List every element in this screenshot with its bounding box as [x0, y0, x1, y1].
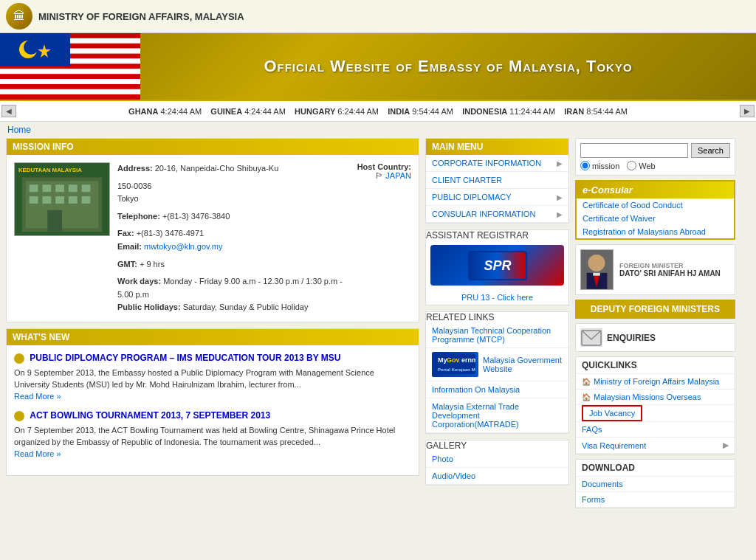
clock-indonesia: INDONESIA 11:24:44 AM — [462, 107, 562, 116]
svg-rect-10 — [0, 79, 140, 84]
search-radio-web-input[interactable] — [627, 161, 636, 170]
mygovt-link[interactable]: Malaysia Government Website — [483, 356, 562, 373]
related-link-matrade[interactable]: Malaysia External Trade Development Corp… — [432, 402, 519, 429]
gallery-section: GALLERY Photo Audio/Video — [425, 440, 569, 485]
main-menu-header: MAIN MENU — [426, 139, 568, 155]
svg-rect-9 — [0, 74, 140, 79]
svg-rect-29 — [69, 196, 78, 204]
quicklink-job-link[interactable]: Job Vacancy — [582, 405, 642, 421]
banner-title: Official Website of Embassy of Malaysia,… — [140, 57, 756, 76]
email-label: Email: — [117, 242, 142, 251]
mission-details-left: KEDUTAAN MALAYSIA — [14, 162, 110, 314]
menu-arrow-diplomacy: ▶ — [557, 193, 563, 201]
related-link-info-malaysia[interactable]: Information On Malaysia — [432, 385, 520, 394]
related-link-mtcp[interactable]: Malaysian Technical Cooperation Programm… — [432, 326, 551, 344]
gmt-label: GMT: — [117, 260, 137, 269]
clock-iran: IRAN 8:54:44 AM — [564, 107, 628, 116]
quicklink-faqs-link[interactable]: FAQs — [582, 425, 602, 434]
quicklinks-section: QUICKLINKS 🏠 Ministry of Foreign Affairs… — [575, 356, 735, 454]
pru-link[interactable]: PRU 13 - Click here — [426, 290, 568, 305]
clock-next-btn[interactable]: ▶ — [740, 105, 755, 117]
search-button[interactable]: Search — [691, 143, 730, 158]
consular-link-registration[interactable]: Registration of Malaysians Abroad — [577, 225, 734, 238]
mygovt-logo: My Gov ernment Portal Kerajaan Malaysia — [432, 352, 478, 377]
consular-link-waiver[interactable]: Certificate of Waiver — [577, 212, 734, 225]
menu-label-consular: CONSULAR INFORMATION — [432, 210, 535, 218]
consular-link-good-conduct[interactable]: Certificate of Good Conduct — [577, 198, 734, 212]
svg-rect-26 — [30, 196, 38, 204]
gallery-video-link[interactable]: Audio/Video — [432, 471, 475, 480]
quicklink-missions[interactable]: 🏠 Malaysian Missions Overseas — [576, 390, 735, 405]
gallery-item-video[interactable]: Audio/Video — [426, 468, 568, 485]
related-item-info-malaysia[interactable]: Information On Malaysia — [426, 381, 568, 398]
flag-container — [0, 33, 140, 100]
quicklink-mofa-link[interactable]: Ministry of Foreign Affairs Malaysia — [594, 377, 719, 386]
clock-hungary: HUNGARY 6:24:44 AM — [295, 107, 385, 116]
foreign-minister-section: FOREIGN MINISTER DATO' SRI ANIFAH HJ AMA… — [575, 244, 735, 295]
search-radio-mission[interactable]: mission — [580, 161, 619, 170]
holidays-value: Saturday, Sunday & Public Holiday — [183, 303, 309, 311]
minister-photo — [580, 249, 614, 290]
search-radio-mission-input[interactable] — [580, 161, 590, 170]
news-icon-2 — [14, 411, 24, 421]
mission-info-section: MISSION INFO — [6, 138, 419, 322]
clock-prev-btn[interactable]: ◀ — [1, 105, 16, 117]
download-forms[interactable]: Forms — [576, 492, 735, 508]
assistant-reg-body: SPR PRU 13 - Click here — [426, 245, 568, 305]
svg-rect-25 — [82, 184, 91, 192]
banner: Official Website of Embassy of Malaysia,… — [0, 33, 756, 100]
address-value: 20-16, Nanpeidai-Cho Shibuya-Ku — [155, 164, 279, 173]
news-title-1[interactable]: PUBLIC DIPLOMACY PROGRAM – IMS MEDUCATIO… — [30, 353, 340, 363]
quicklink-home-icon-2: 🏠 — [582, 393, 591, 401]
quicklink-missions-link[interactable]: Malaysian Missions Overseas — [594, 393, 701, 401]
menu-item-charter[interactable]: CLIENT CHARTER — [426, 172, 568, 189]
quicklink-mofa[interactable]: 🏠 Ministry of Foreign Affairs Malaysia — [576, 374, 735, 390]
host-country-link[interactable]: JAPAN — [385, 171, 411, 180]
menu-item-diplomacy[interactable]: PUBLIC DIPLOMACY ▶ — [426, 189, 568, 206]
mission-info-header: MISSION INFO — [7, 139, 419, 155]
related-item-matrade[interactable]: Malaysia External Trade Development Corp… — [426, 398, 568, 433]
clock-times: GHANA 4:24:44 AM GUINEA 4:24:44 AM HUNGA… — [16, 107, 740, 116]
menu-label-corporate: CORPORATE INFORMATION — [432, 159, 541, 167]
search-radio-group: mission Web — [580, 161, 730, 170]
breadcrumb-home-link[interactable]: Home — [7, 125, 31, 135]
email-link[interactable]: mwtokyo@kln.gov.my — [144, 242, 222, 251]
clock-bar: ◀ GHANA 4:24:44 AM GUINEA 4:24:44 AM HUN… — [0, 100, 756, 122]
quicklink-faqs[interactable]: FAQs — [576, 422, 735, 438]
city-value: Tokyo — [117, 194, 139, 203]
quicklink-visa[interactable]: Visa Requirement ▶ — [576, 438, 735, 454]
minister-name: DATO' SRI ANIFAH HJ AMAN — [619, 269, 721, 277]
address-label: Address: — [117, 164, 153, 173]
telephone-label: Telephone: — [117, 212, 160, 221]
related-item-mygovt[interactable]: My Gov ernment Portal Kerajaan Malaysia … — [426, 348, 568, 381]
gallery-item-photo[interactable]: Photo — [426, 451, 568, 468]
main-menu-section: MAIN MENU CORPORATE INFORMATION ▶ CLIENT… — [425, 138, 569, 224]
mission-details-text: Address: 20-16, Nanpeidai-Cho Shibuya-Ku… — [117, 162, 350, 314]
deputy-ministers-btn[interactable]: DEPUTY FOREIGN MINISTERS — [575, 300, 735, 319]
search-radio-web[interactable]: Web — [627, 161, 655, 170]
quicklink-visa-link[interactable]: Visa Requirement — [582, 441, 646, 450]
news-text-1: On 9 September 2013, the Embassy hosted … — [14, 367, 411, 391]
spr-banner-link[interactable]: SPR — [426, 245, 568, 286]
menu-item-consular[interactable]: CONSULAR INFORMATION ▶ — [426, 206, 568, 223]
related-item-mtcp[interactable]: Malaysian Technical Cooperation Programm… — [426, 322, 568, 348]
gallery-photo-link[interactable]: Photo — [432, 454, 453, 463]
svg-rect-11 — [0, 84, 140, 89]
download-documents[interactable]: Documents — [576, 477, 735, 492]
svg-point-42 — [588, 255, 605, 272]
news-readmore-1[interactable]: Read More » — [14, 392, 61, 401]
svg-rect-8 — [0, 69, 140, 74]
menu-label-diplomacy: PUBLIC DIPLOMACY — [432, 193, 512, 201]
menu-item-corporate[interactable]: CORPORATE INFORMATION ▶ — [426, 155, 568, 172]
main-layout: MISSION INFO — [0, 138, 756, 514]
pru-link-anchor[interactable]: PRU 13 - Click here — [461, 293, 533, 302]
svg-text:My: My — [438, 356, 447, 364]
enquiries-section[interactable]: ENQUIRIES — [575, 323, 735, 352]
search-input[interactable] — [580, 143, 688, 158]
workdays-label: Work days: — [117, 277, 161, 286]
news-readmore-2[interactable]: Read More » — [14, 449, 61, 458]
mission-info-body: KEDUTAAN MALAYSIA Address: 20-16, Nanpei… — [7, 155, 419, 322]
assistant-registrar-section: ASSISTANT REGISTRAR — [425, 229, 569, 305]
news-title-2[interactable]: ACT BOWLING TOURNAMENT 2013, 7 SEPTEMBER… — [30, 410, 270, 421]
svg-rect-30 — [82, 196, 91, 204]
